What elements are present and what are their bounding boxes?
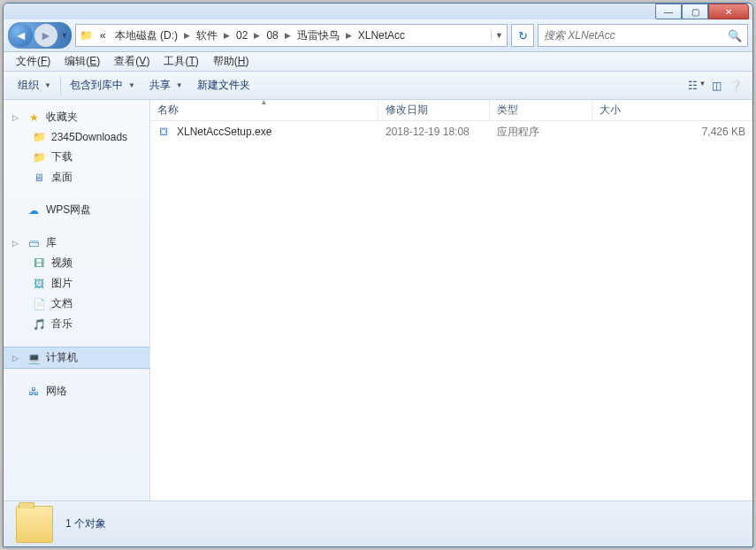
file-row[interactable]: ⛋XLNetAccSetup.exe 2018-12-19 18:08 应用程序… [150,121,752,142]
chevron-right-icon: ▶ [283,31,293,40]
refresh-button[interactable]: ↻ [511,24,534,47]
nav-history-dropdown[interactable]: ▼ [59,31,70,40]
sidebar-item-downloads[interactable]: 📁下载 [4,147,149,167]
folder-large-icon [16,506,53,543]
help-button[interactable]: ❔ [726,80,745,92]
sidebar: ▷★收藏夹 📁2345Downloads 📁下载 🖥桌面 ☁WPS网盘 ▷🗃库 … [4,100,150,500]
column-date[interactable]: 修改日期 [378,100,490,120]
expand-icon: ▷ [12,113,21,122]
file-list[interactable]: ⛋XLNetAccSetup.exe 2018-12-19 18:08 应用程序… [150,121,752,500]
video-icon: 🎞 [32,256,46,271]
menu-file[interactable]: 文件(F) [9,52,57,71]
file-pane: 名称▲ 修改日期 类型 大小 ⛋XLNetAccSetup.exe 2018-1… [150,100,752,500]
sidebar-item-videos[interactable]: 🎞视频 [4,253,149,273]
chevron-down-icon: ▼ [44,81,51,89]
column-headers: 名称▲ 修改日期 类型 大小 [150,100,752,121]
chevron-down-icon: ▼ [176,81,183,89]
file-type: 应用程序 [490,125,592,140]
share-button[interactable]: 共享▼ [142,74,190,96]
menubar: 文件(F) 编辑(E) 查看(V) 工具(T) 帮助(H) [4,52,752,72]
search-icon[interactable]: 🔍 [728,29,742,42]
breadcrumb[interactable]: 📁 « 本地磁盘 (D:)▶ 软件▶ 02▶ 08▶ 迅雷快鸟▶ XLNetAc… [75,24,508,47]
sidebar-item-music[interactable]: 🎵音乐 [4,314,149,334]
organize-button[interactable]: 组织▼ [11,74,58,96]
sidebar-item-documents[interactable]: 📄文档 [4,294,149,314]
expand-icon: ▷ [12,354,21,363]
explorer-window: — ▢ ✕ ◄ ► ▼ 📁 « 本地磁盘 (D:)▶ 软件▶ 02▶ 08▶ 迅… [3,3,753,547]
menu-view[interactable]: 查看(V) [107,52,157,71]
library-icon: 🗃 [27,236,41,250]
sidebar-libraries[interactable]: ▷🗃库 [4,233,149,253]
computer-icon: 💻 [27,351,41,365]
chevron-right-icon: ▶ [252,31,262,40]
include-library-button[interactable]: 包含到库中▼ [63,74,142,96]
breadcrumb-item[interactable]: XLNetAcc [354,25,409,46]
minimize-button[interactable]: — [655,4,682,19]
sidebar-favorites[interactable]: ▷★收藏夹 [4,107,149,127]
new-folder-button[interactable]: 新建文件夹 [190,74,257,96]
search-box[interactable]: 🔍 [538,24,748,47]
menu-edit[interactable]: 编辑(E) [57,52,107,71]
sidebar-item-desktop[interactable]: 🖥桌面 [4,167,149,187]
picture-icon: 🖼 [32,277,46,291]
expand-icon: ▷ [12,239,21,248]
sort-asc-icon: ▲ [150,100,378,106]
status-count: 1 个对象 [65,516,106,531]
exe-icon: ⛋ [157,125,172,139]
breadcrumb-item[interactable]: 本地磁盘 (D:) [111,25,182,46]
breadcrumb-item[interactable]: 迅雷快鸟 [293,25,344,46]
star-icon: ★ [27,111,41,125]
maximize-button[interactable]: ▢ [682,4,708,19]
cloud-icon: ☁ [27,203,41,218]
file-name: XLNetAccSetup.exe [177,126,271,138]
status-bar: 1 个对象 [4,500,752,546]
column-type[interactable]: 类型 [490,100,592,120]
breadcrumb-overflow[interactable]: « [95,25,111,46]
breadcrumb-item[interactable]: 02 [232,25,252,46]
sidebar-computer[interactable]: ▷💻计算机 [4,347,149,369]
folder-icon: 📁 [76,29,95,42]
sidebar-item-2345downloads[interactable]: 📁2345Downloads [4,127,149,147]
chevron-down-icon: ▼ [128,81,135,89]
chevron-right-icon: ▶ [222,31,232,40]
back-button[interactable]: ◄ [10,24,33,47]
breadcrumb-dropdown[interactable]: ▼ [491,31,507,40]
titlebar[interactable]: — ▢ ✕ [4,4,752,19]
navbar: ◄ ► ▼ 📁 « 本地磁盘 (D:)▶ 软件▶ 02▶ 08▶ 迅雷快鸟▶ X… [4,19,752,52]
breadcrumb-item[interactable]: 08 [262,25,282,46]
chevron-right-icon: ▶ [344,31,354,40]
menu-tools[interactable]: 工具(T) [157,52,205,71]
preview-pane-button[interactable]: ◫ [706,80,726,92]
network-icon: 🖧 [27,385,41,399]
folder-icon: 📁 [32,130,46,144]
sidebar-network[interactable]: 🖧网络 [4,381,149,401]
nav-arrows: ◄ ► ▼ [8,22,72,49]
folder-icon: 📁 [32,150,46,164]
toolbar: 组织▼ 包含到库中▼ 共享▼ 新建文件夹 ☷▼ ◫ ❔ [4,72,752,100]
column-size[interactable]: 大小 [592,100,752,120]
menu-help[interactable]: 帮助(H) [206,52,256,71]
breadcrumb-item[interactable]: 软件 [192,25,222,46]
file-date: 2018-12-19 18:08 [378,126,490,138]
view-options-button[interactable]: ☷▼ [687,80,706,92]
chevron-right-icon: ▶ [182,31,192,40]
close-button[interactable]: ✕ [708,4,749,19]
music-icon: 🎵 [32,317,46,332]
forward-button[interactable]: ► [34,24,57,47]
column-name[interactable]: 名称▲ [150,100,378,120]
document-icon: 📄 [32,297,46,311]
desktop-icon: 🖥 [32,171,46,185]
sidebar-wps[interactable]: ☁WPS网盘 [4,200,149,220]
search-input[interactable] [544,29,728,42]
sidebar-item-pictures[interactable]: 🖼图片 [4,273,149,294]
file-size: 7,426 KB [592,126,752,138]
